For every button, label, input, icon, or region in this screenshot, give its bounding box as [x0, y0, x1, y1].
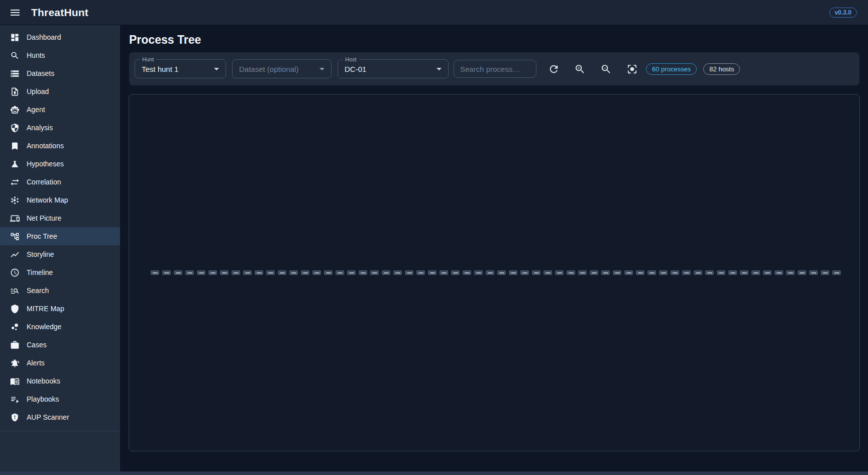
host-select[interactable]: Host DC-01: [338, 59, 449, 78]
sidebar-item-aup-scanner[interactable]: AUP Scanner: [0, 408, 120, 426]
sidebar-item-knowledge[interactable]: Knowledge: [0, 318, 120, 336]
process-node[interactable]: [821, 270, 829, 275]
process-node[interactable]: [809, 270, 818, 275]
process-node[interactable]: [463, 270, 471, 275]
process-node[interactable]: [601, 270, 610, 275]
sidebar-item-hunts[interactable]: Hunts: [0, 46, 120, 64]
sidebar-item-timeline[interactable]: Timeline: [0, 263, 120, 281]
bookmark-icon: [10, 141, 20, 151]
process-node[interactable]: [324, 270, 333, 275]
process-node[interactable]: [255, 270, 263, 275]
sidebar-item-search[interactable]: Search: [0, 281, 120, 300]
process-node[interactable]: [740, 270, 748, 275]
zoom-in-button[interactable]: [570, 59, 590, 79]
process-node[interactable]: [544, 270, 552, 275]
process-node[interactable]: [347, 270, 356, 275]
process-node[interactable]: [497, 270, 506, 275]
process-node[interactable]: [682, 270, 691, 275]
process-node[interactable]: [763, 270, 772, 275]
process-node[interactable]: [728, 270, 737, 275]
process-node[interactable]: [474, 270, 483, 275]
process-node[interactable]: [440, 270, 448, 275]
process-node[interactable]: [832, 270, 841, 275]
sidebar-item-network-map[interactable]: Network Map: [0, 191, 120, 209]
process-node[interactable]: [567, 270, 575, 275]
refresh-button[interactable]: [544, 59, 564, 79]
process-node[interactable]: [613, 270, 621, 275]
process-node[interactable]: [405, 270, 413, 275]
process-node[interactable]: [751, 270, 760, 275]
process-node[interactable]: [393, 270, 402, 275]
sidebar-item-mitre-map[interactable]: MITRE Map: [0, 300, 120, 318]
sidebar-item-cases[interactable]: Cases: [0, 336, 120, 354]
process-node[interactable]: [151, 270, 159, 275]
process-node[interactable]: [659, 270, 668, 275]
sidebar-item-agent[interactable]: Agent: [0, 101, 120, 119]
process-node[interactable]: [220, 270, 229, 275]
process-node[interactable]: [278, 270, 286, 275]
process-node[interactable]: [416, 270, 425, 275]
sidebar-item-dashboard[interactable]: Dashboard: [0, 28, 120, 46]
process-node[interactable]: [555, 270, 564, 275]
process-node[interactable]: [312, 270, 321, 275]
process-node[interactable]: [520, 270, 529, 275]
search-process-input[interactable]: [454, 60, 536, 78]
sidebar-item-storyline[interactable]: Storyline: [0, 245, 120, 263]
line-chart-icon: [10, 250, 20, 259]
process-node[interactable]: [428, 270, 437, 275]
devices-icon: [10, 214, 20, 223]
chevron-down-icon: [433, 63, 445, 75]
sidebar-item-hypotheses[interactable]: Hypotheses: [0, 155, 120, 173]
sidebar-item-analysis[interactable]: Analysis: [0, 119, 120, 137]
horizontal-scrollbar[interactable]: [0, 471, 868, 475]
process-node[interactable]: [162, 270, 171, 275]
sidebar-item-correlation[interactable]: Correlation: [0, 173, 120, 191]
process-node[interactable]: [647, 270, 656, 275]
sidebar-item-alerts[interactable]: Alerts: [0, 354, 120, 372]
process-node[interactable]: [486, 270, 494, 275]
dataset-select-placeholder: Dataset (optional): [239, 65, 316, 73]
process-node[interactable]: [624, 270, 633, 275]
process-node[interactable]: [185, 270, 194, 275]
sidebar-item-net-picture[interactable]: Net Picture: [0, 209, 120, 227]
process-node[interactable]: [174, 270, 182, 275]
sidebar-item-datasets[interactable]: Datasets: [0, 64, 120, 82]
process-node[interactable]: [590, 270, 598, 275]
process-node[interactable]: [786, 270, 795, 275]
process-node[interactable]: [232, 270, 240, 275]
process-node[interactable]: [301, 270, 309, 275]
process-node[interactable]: [636, 270, 644, 275]
process-node[interactable]: [359, 270, 367, 275]
process-node[interactable]: [266, 270, 275, 275]
process-node[interactable]: [451, 270, 460, 275]
hunt-select[interactable]: Hunt Test hunt 1: [135, 59, 226, 78]
process-node[interactable]: [197, 270, 205, 275]
process-node[interactable]: [578, 270, 587, 275]
refresh-icon: [548, 63, 560, 75]
process-node[interactable]: [382, 270, 390, 275]
process-node[interactable]: [208, 270, 217, 275]
process-node[interactable]: [798, 270, 806, 275]
process-node[interactable]: [694, 270, 702, 275]
sidebar-item-proc-tree[interactable]: Proc Tree: [0, 227, 120, 245]
dataset-select[interactable]: Dataset (optional): [232, 59, 332, 78]
sidebar-item-label: Knowledge: [27, 323, 61, 331]
zoom-out-button[interactable]: [596, 59, 616, 79]
sidebar-item-playbooks[interactable]: Playbooks: [0, 390, 120, 408]
process-node[interactable]: [775, 270, 783, 275]
process-node[interactable]: [336, 270, 344, 275]
process-node[interactable]: [370, 270, 379, 275]
process-tree-canvas[interactable]: [129, 94, 860, 451]
sidebar-item-annotations[interactable]: Annotations: [0, 137, 120, 155]
center-focus-button[interactable]: [622, 59, 642, 79]
process-node[interactable]: [705, 270, 714, 275]
process-node[interactable]: [243, 270, 252, 275]
process-node[interactable]: [532, 270, 540, 275]
process-node[interactable]: [717, 270, 725, 275]
process-node[interactable]: [509, 270, 517, 275]
sidebar-item-notebooks[interactable]: Notebooks: [0, 372, 120, 390]
process-node[interactable]: [289, 270, 298, 275]
process-node[interactable]: [671, 270, 679, 275]
menu-icon[interactable]: [5, 3, 25, 23]
sidebar-item-upload[interactable]: Upload: [0, 82, 120, 101]
